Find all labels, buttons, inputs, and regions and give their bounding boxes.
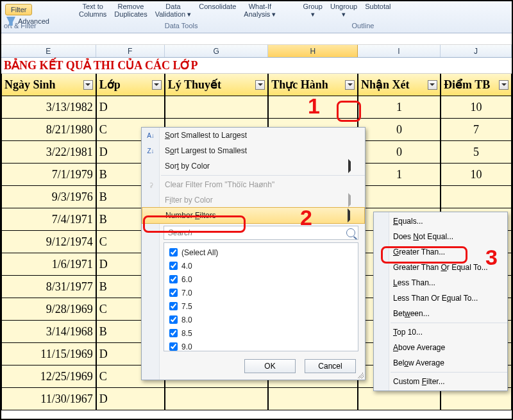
cell-thuc-hanh[interactable] xyxy=(268,388,358,410)
ribbon: Filter Advanced Text toColumns RemoveDup… xyxy=(1,1,512,33)
sub-between[interactable]: Between... xyxy=(374,306,507,321)
table-row[interactable]: 3/13/1982D110 xyxy=(1,96,512,119)
cell-ly-thuyet[interactable] xyxy=(165,388,269,410)
cell-ngay[interactable]: 7/1/1979 xyxy=(1,164,96,186)
cell-nhan-xet[interactable]: 0 xyxy=(358,141,441,164)
filter-dropdown-nhan-xet[interactable] xyxy=(428,80,437,90)
annotation-box-1 xyxy=(337,101,361,122)
cell-ngay[interactable]: 11/15/1969 xyxy=(1,343,96,365)
filter-dropdown-lop[interactable] xyxy=(152,80,162,90)
sub-less-than-eq[interactable]: Less Than Or Equal To... xyxy=(374,290,507,306)
sub-below-avg[interactable]: Below Average xyxy=(374,355,507,371)
cell-ngay[interactable]: 3/22/1981 xyxy=(1,141,96,164)
chk-value[interactable]: 8.0 xyxy=(165,313,357,326)
cell-ngay[interactable]: 9/3/1976 xyxy=(1,186,96,208)
menu-filter-by-color: Filter by Color xyxy=(142,192,365,208)
column-headers: E F G H I J xyxy=(1,45,512,58)
menu-clear-filter: ⚳ Clear Filter From "Thöïc Haønh" xyxy=(142,177,365,192)
cell-lop[interactable]: D xyxy=(96,96,165,119)
chk-value[interactable]: 7.5 xyxy=(165,299,357,313)
col-header-G[interactable]: G xyxy=(165,45,269,57)
col-header-F[interactable]: F xyxy=(96,45,165,57)
sub-top10[interactable]: Top 10... xyxy=(374,324,507,340)
col-header-H[interactable]: H xyxy=(268,45,358,57)
data-validation-button[interactable]: DataValidation ▾ xyxy=(155,3,192,19)
filter-value-list[interactable]: (Select All) 4.06.07.07.58.08.59.09.5 xyxy=(164,242,358,351)
sheet-title: BẢNG KẾT QUẢ THI CỦA CÁC LỚP xyxy=(1,58,198,72)
sub-above-avg[interactable]: Above Average xyxy=(374,340,507,355)
col-header-J[interactable]: J xyxy=(441,45,512,57)
cell-diem-tb[interactable] xyxy=(441,186,512,208)
sub-less-than[interactable]: Less Than... xyxy=(374,275,507,290)
sub-custom-filter[interactable]: Custom Filter... xyxy=(374,374,507,389)
group-button[interactable]: Group▾ xyxy=(303,3,323,19)
hdr-ngay-sinh: Ngày Sinh xyxy=(1,74,96,96)
ok-button[interactable]: OK xyxy=(244,359,296,373)
table-header-row: Ngày Sinh Lớp Lý Thuyết Thực Hành Nhận X… xyxy=(1,74,512,96)
cell-nhan-xet[interactable] xyxy=(358,388,441,410)
hdr-nhan-xet: Nhận Xét xyxy=(358,74,441,96)
outline-group-label: Outline xyxy=(352,22,374,29)
menu-sort-by-color[interactable]: Sort by Color xyxy=(142,158,365,174)
cell-nhan-xet[interactable]: 1 xyxy=(358,164,441,186)
cell-ngay[interactable]: 1/6/1971 xyxy=(1,253,96,276)
chk-value[interactable]: 8.5 xyxy=(165,326,357,340)
filter-context-menu: A↓ Sort Smallest to Largest Z↓ Sort Larg… xyxy=(141,127,366,380)
consolidate-button[interactable]: Consolidate xyxy=(199,3,236,10)
cell-ngay[interactable]: 3/14/1968 xyxy=(1,321,96,343)
cell-diem-tb[interactable]: 10 xyxy=(441,96,512,119)
chk-value[interactable]: 7.0 xyxy=(165,286,357,299)
remove-duplicates-button[interactable]: RemoveDuplicates xyxy=(114,3,147,18)
clear-filter-icon: ⚳ xyxy=(146,180,156,190)
sort-filter-group-label: ort & Filter xyxy=(4,22,37,29)
cell-ngay[interactable]: 7/4/1971 xyxy=(1,208,96,231)
cell-nhan-xet[interactable]: 0 xyxy=(358,119,441,141)
chk-value[interactable]: 9.0 xyxy=(165,340,357,351)
cell-ngay[interactable]: 3/13/1982 xyxy=(1,96,96,119)
cell-ngay[interactable]: 8/21/1980 xyxy=(1,119,96,141)
annotation-num-2: 2 xyxy=(300,205,312,230)
text-to-columns-button[interactable]: Text toColumns xyxy=(79,3,106,18)
cell-diem-tb[interactable] xyxy=(441,388,512,410)
search-icon xyxy=(346,228,355,237)
cell-nhan-xet[interactable] xyxy=(358,186,441,208)
cell-diem-tb[interactable]: 10 xyxy=(441,164,512,186)
resize-handle[interactable] xyxy=(357,372,364,378)
number-filters-submenu: Equals... Does Not Equal... Greater Than… xyxy=(373,212,508,391)
cell-diem-tb[interactable]: 7 xyxy=(441,119,512,141)
hdr-thuc-hanh: Thực Hành xyxy=(268,74,358,96)
chk-value[interactable]: 6.0 xyxy=(165,273,357,286)
cell-ngay[interactable]: 12/25/1969 xyxy=(1,365,96,388)
sub-equals[interactable]: Equals... xyxy=(374,214,507,229)
cancel-button[interactable]: Cancel xyxy=(305,359,356,373)
chk-select-all[interactable]: (Select All) xyxy=(165,246,357,259)
whatif-button[interactable]: What-IfAnalysis ▾ xyxy=(244,3,276,19)
col-header-I[interactable]: I xyxy=(358,45,441,57)
subtotal-button[interactable]: Subtotal xyxy=(365,3,391,10)
filter-button[interactable]: Filter xyxy=(5,4,32,15)
cell-ngay[interactable]: 9/28/1969 xyxy=(1,298,96,321)
cell-ngay[interactable]: 8/31/1977 xyxy=(1,276,96,298)
filter-dropdown-ngay-sinh[interactable] xyxy=(83,80,93,90)
cell-diem-tb[interactable]: 5 xyxy=(441,141,512,164)
filter-dropdown-diem-tb[interactable] xyxy=(499,80,509,90)
hdr-lop: Lớp xyxy=(96,74,165,96)
cell-lop[interactable]: D xyxy=(96,388,165,410)
annotation-box-3 xyxy=(381,246,467,264)
col-header-E[interactable]: E xyxy=(1,45,96,57)
table-row[interactable]: 11/30/1967D xyxy=(1,388,512,410)
hdr-diem-tb: Điểm TB xyxy=(441,74,512,96)
cell-ly-thuyet[interactable] xyxy=(165,96,269,119)
filter-dropdown-ly-thuyet[interactable] xyxy=(255,80,265,90)
chk-value[interactable]: 4.0 xyxy=(165,259,357,273)
menu-sort-asc[interactable]: A↓ Sort Smallest to Largest xyxy=(142,128,365,143)
cell-ngay[interactable]: 11/30/1967 xyxy=(1,388,96,410)
cell-ngay[interactable]: 9/12/1974 xyxy=(1,231,96,253)
ungroup-button[interactable]: Ungroup▾ xyxy=(330,3,357,19)
cell-nhan-xet[interactable]: 1 xyxy=(358,96,441,119)
filter-dropdown-thuc-hanh[interactable] xyxy=(345,80,355,90)
data-tools-group-label: Data Tools xyxy=(165,22,198,29)
sort-desc-icon: Z↓ xyxy=(146,146,156,156)
sub-not-equal[interactable]: Does Not Equal... xyxy=(374,229,507,244)
menu-sort-desc[interactable]: Z↓ Sort Largest to Smallest xyxy=(142,143,365,158)
